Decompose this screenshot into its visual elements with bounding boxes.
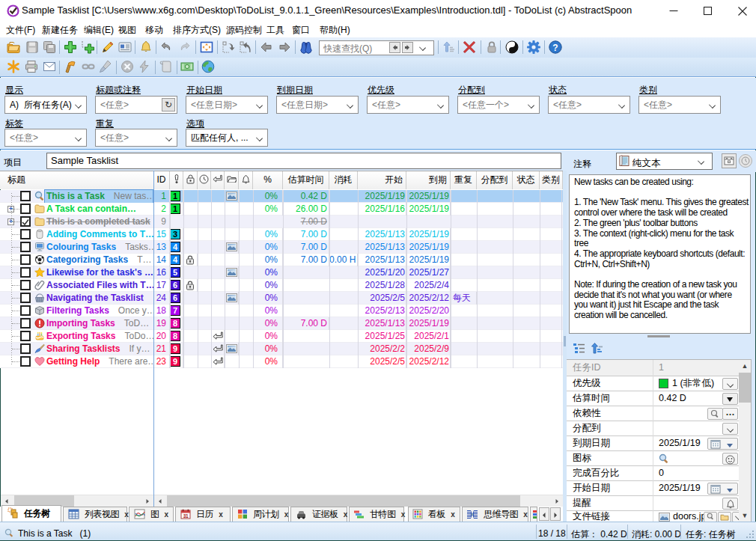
svg-text:31: 31 — [183, 513, 189, 519]
svg-text:?: ? — [552, 43, 558, 53]
